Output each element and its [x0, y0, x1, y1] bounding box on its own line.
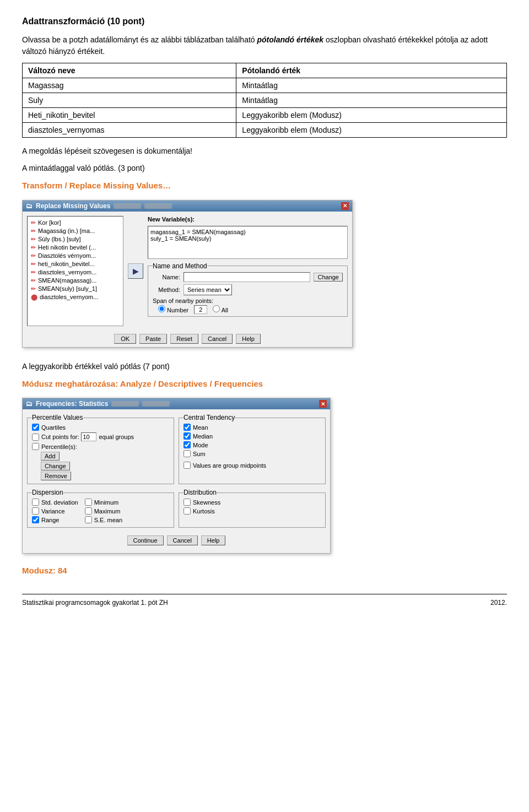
bottom-row: Dispersion Std. deviation Variance: [27, 489, 326, 528]
central-legend: Central Tendency: [183, 414, 235, 421]
mode-checkbox[interactable]: [183, 441, 191, 448]
col-header-1: Változó neve: [23, 63, 236, 78]
replace-missing-dialog: 🗂 Replace Missing Values ✕ ✏ Kor [kor] ✏…: [22, 200, 353, 348]
dialog1-close-button[interactable]: ✕: [341, 202, 349, 210]
all-radio-label[interactable]: All: [213, 305, 228, 313]
new-var-line2: suly_1 = SMEAN(suly): [150, 235, 345, 242]
table-cell-suly: Suly: [23, 93, 236, 108]
list-item-kor[interactable]: ✏ Kor [kor]: [30, 219, 121, 227]
ruler-icon-2: ✏: [31, 228, 36, 235]
table-cell-diasz: diasztoles_vernyomas: [23, 123, 236, 138]
list-item-smean-suly[interactable]: ✏ SMEAN(suly) [suly_1]: [30, 285, 121, 293]
variance-checkbox[interactable]: [32, 507, 39, 515]
move-right-button[interactable]: ▶: [128, 263, 143, 279]
cutpoints-input[interactable]: [81, 432, 96, 441]
freq-cancel-button[interactable]: Cancel: [167, 535, 198, 545]
sum-checkbox[interactable]: [183, 450, 191, 457]
method-label: Method:: [153, 286, 180, 293]
dialog2-blurred1: [111, 401, 139, 407]
dialog1-title: Replace Missing Values: [36, 202, 110, 210]
percentile-values-group: Percentile Values Quartiles Cut points f…: [27, 414, 174, 484]
mean-label: Mean: [193, 424, 208, 431]
list-item-heti[interactable]: ✏ Heti nikotin bevitel (...: [30, 243, 121, 252]
list-item-heti2[interactable]: ✏ heti_nikotin_bevitel...: [30, 260, 121, 268]
dialog1-titlebar: 🗂 Replace Missing Values ✕: [23, 201, 352, 212]
std-checkbox[interactable]: [32, 499, 39, 506]
subtask1-text: A mintaátlaggal való pótlás. (3 pont): [22, 163, 507, 174]
reset-button[interactable]: Reset: [170, 334, 198, 344]
list-item-smean-mag[interactable]: ✏ SMEAN(magassag)...: [30, 277, 121, 285]
name-label: Name:: [153, 274, 180, 280]
ruler-icon-8: ✏: [31, 277, 36, 284]
dispersion-legend: Dispersion: [32, 489, 63, 496]
task-text: A megoldás lépéseit szövegesen is dokume…: [22, 145, 507, 157]
dialog2-icon: 🗂: [26, 400, 33, 408]
minimum-checkbox[interactable]: [85, 499, 92, 506]
modusz-heading: Módusz meghatározása: Analyze / Descript…: [22, 378, 507, 391]
modusz-result: Modusz: 84: [22, 565, 507, 577]
list-item-diasz3[interactable]: ⬤ diasztoles_vernyom...: [30, 293, 121, 301]
dialog1-variable-list: ✏ Kor [kor] ✏ Magasság (in.) [ma... ✏ Sú…: [27, 216, 123, 326]
table-cell-magassag: Magassag: [23, 78, 236, 93]
distribution-group: Distribution Skewness Kurtosis: [179, 489, 326, 528]
help-button[interactable]: Help: [236, 334, 261, 344]
cutpoints-checkbox[interactable]: [32, 434, 39, 441]
table-cell-heti: Heti_nikotin_bevitel: [23, 108, 236, 123]
ok-button[interactable]: OK: [114, 334, 136, 344]
footer-left: Statisztikai programcsomagok gyakorlat 1…: [22, 599, 168, 607]
list-item-suly[interactable]: ✏ Súly (lbs.) [suly]: [30, 235, 121, 243]
dialog1-right-panel: New Variable(s): magassag_1 = SMEAN(maga…: [148, 216, 348, 326]
number-input[interactable]: [194, 305, 207, 314]
footer: Statisztikai programcsomagok gyakorlat 1…: [22, 594, 507, 607]
continue-button[interactable]: Continue: [127, 535, 164, 545]
dialog2-close-button[interactable]: ✕: [319, 400, 327, 408]
new-variables-box: magassag_1 = SMEAN(magassag) suly_1 = SM…: [148, 226, 348, 259]
dialog1-icon: 🗂: [26, 202, 33, 210]
skewness-checkbox[interactable]: [183, 499, 191, 506]
paste-button[interactable]: Paste: [139, 334, 167, 344]
name-method-group: Name and Method Name: Change Method: Ser…: [148, 262, 348, 317]
cutpoints-suffix: equal groups: [99, 434, 134, 440]
percentiles-checkbox[interactable]: [32, 443, 39, 450]
quartiles-checkbox[interactable]: [32, 424, 39, 431]
kurtosis-checkbox[interactable]: [183, 507, 191, 515]
table-cell-suly-val: Mintaátlag: [236, 93, 507, 108]
number-radio-label[interactable]: Number: [158, 305, 188, 313]
add-button[interactable]: Add: [41, 452, 60, 461]
new-variables-label: New Variable(s):: [148, 216, 348, 223]
intro-text-before: Olvassa be a potzh adatállományt és az a…: [22, 35, 257, 44]
freq-help-button[interactable]: Help: [201, 535, 226, 545]
dialog1-footer: OK Paste Reset Cancel Help: [23, 331, 352, 347]
name-method-legend: Name and Method: [153, 262, 207, 270]
list-item-diasz[interactable]: ✏ Diasztolés vérnyom...: [30, 252, 121, 260]
cancel-button[interactable]: Cancel: [202, 334, 233, 344]
range-checkbox[interactable]: [32, 516, 39, 523]
ruler-icon: ✏: [31, 219, 36, 226]
all-radio[interactable]: [213, 305, 220, 312]
method-select[interactable]: Series mean: [183, 284, 232, 295]
new-var-line1: magassag_1 = SMEAN(magassag): [150, 229, 345, 235]
number-radio[interactable]: [158, 305, 165, 312]
mean-checkbox[interactable]: [183, 424, 191, 431]
page-title: Adattranszformáció (10 pont): [22, 17, 507, 26]
median-checkbox[interactable]: [183, 432, 191, 440]
mode-label: Mode: [193, 442, 208, 448]
cutpoints-label: Cut points for:: [41, 434, 79, 440]
change-freq-button[interactable]: Change: [41, 462, 70, 470]
list-item-magassag[interactable]: ✏ Magasság (in.) [ma...: [30, 227, 121, 235]
median-label: Median: [193, 433, 213, 440]
dialog1-blurred2: [144, 203, 172, 209]
maximum-checkbox[interactable]: [85, 507, 92, 515]
ruler-icon-9: ✏: [31, 285, 36, 293]
remove-button[interactable]: Remove: [41, 472, 71, 480]
dialog2-footer: Continue Cancel Help: [27, 532, 326, 549]
minimum-label: Minimum: [94, 499, 119, 506]
values-group-checkbox[interactable]: [183, 462, 191, 469]
intro-paragraph: Olvassa be a potzh adatállományt és az a…: [22, 34, 507, 57]
name-input[interactable]: [183, 272, 310, 282]
semean-checkbox[interactable]: [85, 516, 92, 523]
intro-italic: pótolandó értékek: [257, 35, 324, 44]
change-button[interactable]: Change: [314, 273, 343, 282]
dialog2-body: Percentile Values Quartiles Cut points f…: [23, 409, 330, 553]
list-item-diasz2[interactable]: ✏ diasztoles_vernyom...: [30, 268, 121, 277]
